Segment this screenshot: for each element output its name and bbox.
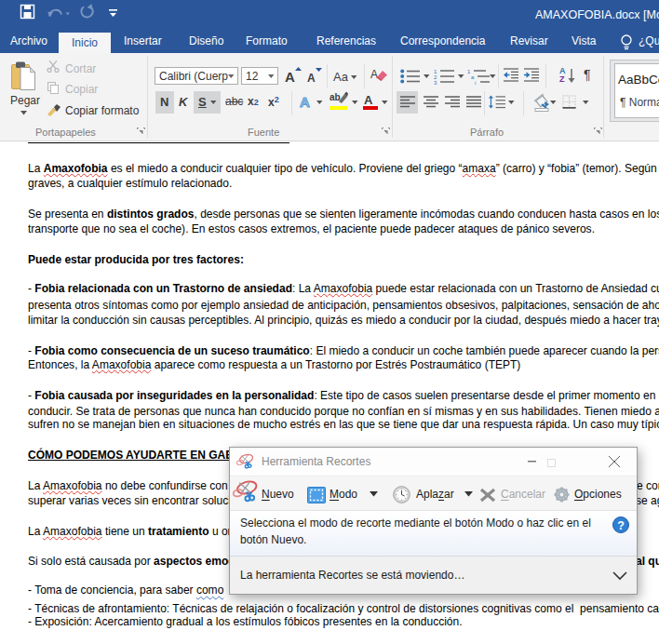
svg-text:?: ? <box>617 519 625 532</box>
svg-text:3: 3 <box>434 80 437 86</box>
svg-text:i: i <box>475 80 476 86</box>
